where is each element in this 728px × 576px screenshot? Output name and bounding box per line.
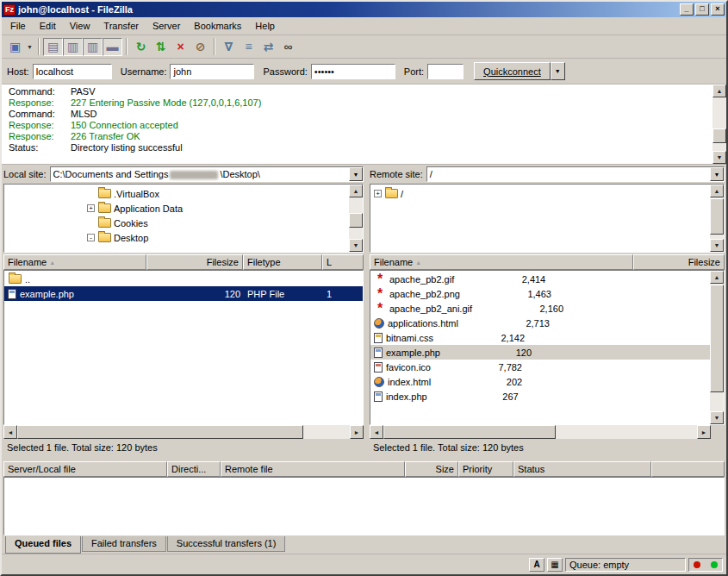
tree-item[interactable]: +/: [370, 186, 710, 201]
file-row[interactable]: ..: [4, 272, 363, 286]
host-input[interactable]: [33, 64, 112, 79]
scroll-down-button[interactable]: ▼: [710, 239, 724, 252]
local-site-combo[interactable]: C:\Documents and Settings\Desktop\ ▼: [50, 166, 364, 182]
menu-help[interactable]: Help: [248, 18, 282, 34]
column-header-filename[interactable]: Filename▲: [370, 254, 633, 270]
toggle-local-tree-icon[interactable]: ▥: [63, 38, 83, 56]
column-header-directi[interactable]: Directi...: [167, 461, 221, 477]
sync-browsing-icon[interactable]: ⇄: [258, 38, 278, 56]
compare-icon[interactable]: ≡: [239, 38, 258, 56]
scroll-right-button[interactable]: ►: [350, 425, 364, 439]
file-row[interactable]: bitnami.css2,142: [370, 330, 710, 345]
minimize-button[interactable]: _: [680, 3, 694, 16]
maximize-button[interactable]: □: [695, 3, 709, 16]
tab-successful-transfers-1[interactable]: Successful transfers (1): [167, 536, 286, 552]
remote-site-combo[interactable]: / ▼: [426, 166, 725, 182]
scroll-left-button[interactable]: ◄: [370, 425, 383, 439]
port-input[interactable]: [427, 64, 464, 79]
file-row[interactable]: *apache_pb2_ani.gif2,160: [370, 301, 710, 316]
quickconnect-dropdown[interactable]: ▼: [551, 62, 565, 80]
toggle-remote-tree-icon[interactable]: ▥: [83, 38, 103, 56]
file-row[interactable]: index.php267: [370, 389, 710, 404]
filter-icon[interactable]: ∇: [219, 38, 239, 56]
column-header-priority[interactable]: Priority: [458, 461, 513, 477]
toggle-log-icon[interactable]: ▤: [43, 38, 63, 56]
local-tree-scrollbar[interactable]: ▲▼: [349, 185, 363, 252]
scroll-left-button[interactable]: ◄: [3, 425, 17, 439]
file-row[interactable]: favicon.ico7,782: [370, 360, 710, 374]
refresh-icon[interactable]: ↻: [131, 38, 151, 56]
remote-list-scrollbar[interactable]: ▲▼: [710, 271, 724, 424]
remote-site-dropdown[interactable]: ▼: [710, 167, 724, 181]
tab-queued-files[interactable]: Queued files: [5, 536, 81, 554]
scroll-thumb[interactable]: [383, 425, 556, 439]
title-bar[interactable]: Fz john@localhost - FileZilla _ □ ×: [2, 2, 726, 17]
scroll-thumb[interactable]: [712, 128, 726, 143]
scroll-down-button[interactable]: ▼: [710, 411, 724, 424]
scroll-up-button[interactable]: ▲: [710, 271, 724, 284]
menu-server[interactable]: Server: [146, 18, 187, 34]
scroll-up-button[interactable]: ▲: [349, 185, 363, 197]
scroll-up-button[interactable]: ▲: [710, 185, 724, 197]
cancel-icon[interactable]: ×: [171, 38, 190, 56]
scroll-track[interactable]: [712, 97, 726, 151]
expand-icon[interactable]: +: [374, 190, 382, 197]
tab-failed-transfers[interactable]: Failed transfers: [82, 536, 166, 552]
file-row[interactable]: example.php120PHP File1: [4, 286, 363, 301]
file-row[interactable]: *apache_pb2.gif2,414: [370, 272, 710, 286]
find-icon[interactable]: ∞: [278, 38, 298, 56]
scroll-track[interactable]: [383, 425, 697, 439]
menu-transfer[interactable]: Transfer: [96, 18, 146, 34]
collapse-icon[interactable]: -: [87, 234, 95, 241]
expand-icon[interactable]: +: [87, 204, 95, 212]
quickconnect-button[interactable]: Quickconnect: [474, 62, 551, 80]
menu-view[interactable]: View: [63, 18, 97, 34]
disconnect-icon[interactable]: ⊘: [190, 38, 210, 56]
scroll-thumb[interactable]: [17, 425, 303, 439]
scroll-track[interactable]: [349, 197, 363, 239]
tree-item[interactable]: -Desktop: [4, 230, 349, 245]
local-hscrollbar[interactable]: ◄►: [3, 425, 364, 439]
site-manager-dropdown-icon[interactable]: ▼: [25, 38, 34, 56]
scroll-track[interactable]: [710, 197, 724, 239]
remote-tree-scrollbar[interactable]: ▲▼: [710, 185, 724, 252]
scroll-thumb[interactable]: [710, 285, 724, 391]
scroll-thumb[interactable]: [710, 198, 724, 235]
menu-bookmarks[interactable]: Bookmarks: [187, 18, 248, 34]
column-header-size[interactable]: Size: [405, 461, 458, 477]
tree-item[interactable]: .VirtualBox: [4, 186, 349, 201]
scroll-track[interactable]: [710, 284, 724, 411]
scroll-track[interactable]: [17, 425, 350, 439]
menu-edit[interactable]: Edit: [33, 18, 63, 34]
process-queue-icon[interactable]: ⇅: [151, 38, 171, 56]
local-site-dropdown[interactable]: ▼: [349, 167, 363, 181]
column-header-filetype[interactable]: Filetype: [243, 254, 322, 270]
file-row[interactable]: *apache_pb2.png1,463: [370, 286, 710, 301]
scroll-down-button[interactable]: ▼: [349, 239, 363, 252]
username-input[interactable]: [170, 64, 254, 79]
queue-list[interactable]: [3, 477, 725, 535]
toggle-queue-icon[interactable]: ▬: [103, 38, 122, 56]
close-button[interactable]: ×: [711, 3, 725, 16]
menu-file[interactable]: File: [3, 18, 33, 34]
column-header-filesize[interactable]: Filesize: [633, 254, 725, 270]
column-header-status[interactable]: Status: [513, 461, 651, 477]
column-header-filesize[interactable]: Filesize: [146, 254, 243, 270]
tree-item[interactable]: Cookies: [4, 216, 349, 230]
site-manager-icon[interactable]: ▣: [5, 38, 25, 56]
file-row[interactable]: index.html202: [370, 374, 710, 389]
column-header-remote-file[interactable]: Remote file: [221, 461, 405, 477]
tree-item[interactable]: +Application Data: [4, 201, 349, 216]
column-header-filename[interactable]: Filename▲: [3, 254, 146, 270]
column-header-server-local-file[interactable]: Server/Local file: [3, 461, 167, 477]
scroll-right-button[interactable]: ►: [697, 425, 711, 439]
scroll-up-button[interactable]: ▲: [712, 85, 726, 97]
scroll-thumb[interactable]: [349, 213, 363, 227]
log-scrollbar[interactable]: ▲▼: [712, 85, 726, 164]
remote-hscrollbar[interactable]: ◄►: [370, 425, 711, 439]
file-row[interactable]: example.php120: [370, 345, 710, 360]
password-input[interactable]: [311, 64, 395, 79]
column-header-l[interactable]: L: [322, 254, 364, 270]
file-row[interactable]: applications.html2,713: [370, 316, 710, 330]
pane-splitter[interactable]: [364, 165, 370, 456]
